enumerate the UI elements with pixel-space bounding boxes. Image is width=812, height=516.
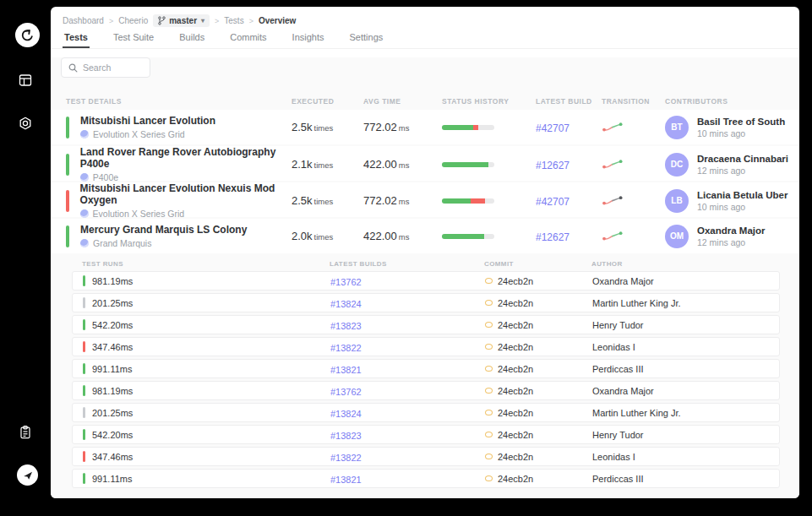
breadcrumb-dashboard[interactable]: Dashboard xyxy=(63,16,104,25)
run-row[interactable]: 981.19ms #13762 24ecb2n Oxandra Major xyxy=(72,271,780,291)
run-row[interactable]: 991.11ms #13821 24ecb2n Perdiccas III xyxy=(72,359,780,378)
git-branch-icon xyxy=(158,16,166,25)
run-duration: 542.20ms xyxy=(92,320,133,330)
tab[interactable]: Insights xyxy=(291,30,326,48)
run-build-cell: #13822 xyxy=(330,339,485,355)
tab[interactable]: Tests xyxy=(63,30,90,48)
breadcrumb-project[interactable]: Cheerio xyxy=(118,16,148,25)
tab[interactable]: Builds xyxy=(177,30,206,48)
build-link[interactable]: #13822 xyxy=(330,343,362,353)
run-time-cell: 981.19ms xyxy=(83,275,330,286)
build-link[interactable]: #12627 xyxy=(536,160,569,171)
suite-name: Evolution X Series Grid xyxy=(93,209,185,219)
run-row[interactable]: 542.20ms #13823 24ecb2n Henry Tudor xyxy=(72,315,780,334)
run-duration: 981.19ms xyxy=(92,276,133,286)
commit-hash: 24ecb2n xyxy=(498,386,533,396)
contributors-cell: BT Basil Tree of South 10 mins ago xyxy=(665,116,799,139)
build-link[interactable]: #13821 xyxy=(330,475,362,485)
run-build-cell: #13822 xyxy=(330,449,485,464)
avg-time-cell: 422.00ms xyxy=(363,230,442,242)
build-link[interactable]: #42707 xyxy=(536,196,569,208)
build-link[interactable]: #13823 xyxy=(330,431,362,441)
settings-nut-icon[interactable] xyxy=(18,116,33,131)
run-status-bar xyxy=(83,451,85,462)
avatar[interactable]: DC xyxy=(665,153,689,177)
build-link[interactable]: #13762 xyxy=(330,277,362,287)
run-author: Martin Luther King Jr. xyxy=(592,408,779,418)
run-row[interactable]: 981.19ms #13762 24ecb2n Oxandra Major xyxy=(72,381,780,400)
table-row[interactable]: Mercury Grand Marquis LS Colony Grand Ma… xyxy=(51,219,799,255)
table-row[interactable]: Land Rover Range Rover Autobiography P40… xyxy=(51,146,799,182)
avatar[interactable]: BT xyxy=(665,116,689,139)
column-author: AUTHOR xyxy=(591,260,780,268)
build-link[interactable]: #13762 xyxy=(330,387,362,397)
breadcrumb-section[interactable]: Tests xyxy=(224,16,243,25)
breadcrumb-separator: > xyxy=(109,17,113,25)
run-time-cell: 201.25ms xyxy=(83,407,330,418)
build-link[interactable]: #13822 xyxy=(330,453,362,463)
test-details-cell: Mercury Grand Marquis LS Colony Grand Ma… xyxy=(66,224,292,248)
status-history-cell xyxy=(442,198,536,204)
window-icon[interactable] xyxy=(18,73,33,88)
contributors-cell: OM Oxandra Major 12 mins ago xyxy=(665,225,799,248)
run-time-cell: 981.19ms xyxy=(83,385,330,396)
run-row[interactable]: 991.11ms #13821 24ecb2n Perdiccas III xyxy=(72,469,780,488)
contributor-time-ago: 10 mins ago xyxy=(697,128,785,139)
run-row[interactable]: 201.25ms #13824 24ecb2n Martin Luther Ki… xyxy=(72,403,780,422)
tab[interactable]: Commits xyxy=(228,30,268,48)
search-input[interactable] xyxy=(83,62,142,73)
run-row[interactable]: 347.46ms #13822 24ecb2n Leonidas I xyxy=(72,447,780,466)
run-time-cell: 347.46ms xyxy=(83,451,330,462)
transition-trend-icon xyxy=(602,159,665,170)
avatar[interactable]: OM xyxy=(665,225,689,248)
contributor-name: Oxandra Major xyxy=(697,225,766,236)
run-status-bar xyxy=(83,473,85,484)
run-row[interactable]: 201.25ms #13824 24ecb2n Martin Luther Ki… xyxy=(72,293,780,312)
contributor-name: Licania Betula Uber xyxy=(697,190,787,200)
run-build-cell: #13821 xyxy=(330,361,485,377)
build-link[interactable]: #13821 xyxy=(330,365,362,375)
column-avg-time: AVG TIME xyxy=(363,97,442,106)
chevron-down-icon: ▾ xyxy=(201,17,204,24)
latest-build-cell: #12627 xyxy=(536,157,602,172)
column-latest-builds: LATEST BUILDS xyxy=(330,260,484,268)
commit-hash: 24ecb2n xyxy=(498,408,533,418)
content-area: TEST DETAILS EXECUTED AVG TIME STATUS HI… xyxy=(51,57,799,498)
run-author: Oxandra Major xyxy=(592,386,779,396)
branch-selector[interactable]: master ▾ xyxy=(153,14,210,27)
contributors-cell: LB Licania Betula Uber 10 mins ago xyxy=(665,189,799,213)
commit-icon xyxy=(485,475,493,481)
avatar[interactable]: LB xyxy=(665,189,689,213)
tab-bar: Tests Test Suite Builds Commits Insights… xyxy=(51,30,799,49)
run-status-bar xyxy=(83,275,85,286)
status-history-bar xyxy=(442,162,494,167)
breadcrumb: Dashboard > Cheerio master ▾ > Tests > O… xyxy=(51,7,799,30)
table-row[interactable]: Mitsubishi Lancer Evolution Nexuis Mod O… xyxy=(51,182,799,219)
run-time-cell: 542.20ms xyxy=(83,319,330,330)
latest-build-cell: #12627 xyxy=(536,229,602,244)
transition-trend-icon xyxy=(602,195,665,206)
build-link[interactable]: #13824 xyxy=(330,409,362,419)
run-commit-cell: 24ecb2n xyxy=(485,408,592,418)
build-link[interactable]: #13823 xyxy=(330,321,362,331)
brand-icon[interactable] xyxy=(17,464,38,486)
run-duration: 542.20ms xyxy=(92,430,133,440)
build-link[interactable]: #12627 xyxy=(536,231,569,243)
column-commit: COMMIT xyxy=(484,260,591,268)
build-link[interactable]: #13824 xyxy=(330,299,362,309)
tab[interactable]: Test Suite xyxy=(112,30,155,48)
table-row[interactable]: Mitsubishi Lancer Evolution Evolution X … xyxy=(51,110,799,146)
clipboard-icon[interactable] xyxy=(18,425,33,440)
executed-cell: 2.5ktimes xyxy=(292,194,363,207)
run-row[interactable]: 542.20ms #13823 24ecb2n Henry Tudor xyxy=(72,425,780,444)
commit-icon xyxy=(485,300,493,306)
run-time-cell: 542.20ms xyxy=(83,429,330,440)
app-logo-icon[interactable] xyxy=(15,23,40,47)
run-time-cell: 201.25ms xyxy=(83,297,330,308)
run-row[interactable]: 347.46ms #13822 24ecb2n Leonidas I xyxy=(72,337,780,356)
build-link[interactable]: #42707 xyxy=(536,122,569,134)
tab[interactable]: Settings xyxy=(348,30,385,48)
run-build-cell: #13821 xyxy=(330,471,485,486)
search-box[interactable] xyxy=(61,57,150,78)
run-commit-cell: 24ecb2n xyxy=(485,474,592,484)
